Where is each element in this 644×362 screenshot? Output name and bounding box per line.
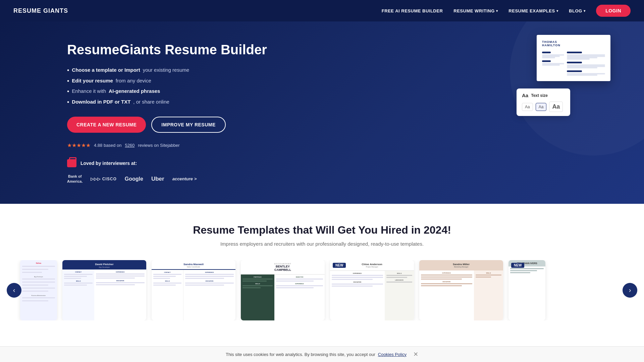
hero-buttons: CREATE A NEW RESUME IMPROVE MY RESUME	[67, 117, 267, 133]
chevron-down-icon: ▾	[496, 9, 498, 13]
nav-links: FREE AI RESUME BUILDER RESUME WRITING ▾ …	[382, 5, 631, 17]
create-resume-button[interactable]: CREATE A NEW RESUME	[67, 117, 146, 133]
bullet-1: Choose a template or Import your existin…	[67, 67, 267, 74]
resume-preview-name: THOMAS HAMILTON	[542, 40, 605, 47]
template-card-6-partial[interactable]: NEW JONATHAN IVERS	[508, 260, 545, 320]
rating-row: ★★★★★ 4.88 based on 5260 reviews on Site…	[67, 142, 267, 148]
company-uber: Uber	[151, 176, 164, 182]
nav-resume-writing[interactable]: RESUME WRITING ▾	[453, 8, 498, 13]
navbar: RESUME GIANTS FREE AI RESUME BUILDER RES…	[0, 0, 644, 21]
company-cisco: ▷▷▷ CISCO	[91, 177, 116, 181]
company-bank-of-america: Bank ofAmerica.	[67, 174, 83, 184]
bullet-4: Download in PDF or TXT, or share online	[67, 99, 267, 106]
text-size-popup: Aa Text size Aa Aa Aa	[517, 88, 570, 116]
text-size-title: Aa Text size	[522, 93, 565, 98]
company-accenture: accenture >	[172, 176, 197, 181]
star-rating: ★★★★★	[67, 142, 91, 148]
text-size-options: Aa Aa Aa	[522, 102, 565, 112]
templates-carousel: Nohoa App Developer Business Administrat…	[0, 260, 644, 320]
improve-resume-button[interactable]: IMPROVE MY RESUME	[151, 117, 226, 133]
hero-section: ResumeGiants Resume Builder Choose a tem…	[0, 21, 644, 204]
resume-preview-card: THOMAS HAMILTON	[537, 35, 610, 81]
text-size-medium[interactable]: Aa	[536, 103, 547, 111]
template-card-3[interactable]: ACCOUNTANT BENTLEY CAMPBELL PORTFOLIO SK…	[241, 260, 325, 320]
hero-bullets: Choose a template or Import your existin…	[67, 67, 267, 106]
rating-link[interactable]: 5260	[125, 143, 135, 148]
templates-section: Resume Templates that Will Get You Hired…	[0, 204, 644, 334]
carousel-next-button[interactable]: ›	[623, 283, 637, 298]
login-button[interactable]: LOGIN	[596, 5, 631, 17]
template-card-1[interactable]: David Fletcher App Developer CONTACT SKI…	[62, 260, 146, 320]
chevron-down-icon: ▾	[584, 9, 586, 13]
briefcase-icon	[67, 159, 76, 167]
hero-content: ResumeGiants Resume Builder Choose a tem…	[67, 42, 267, 184]
carousel-prev-button[interactable]: ‹	[7, 283, 21, 298]
carousel-wrapper: ‹ Nohoa App Developer	[0, 260, 644, 320]
templates-title: Resume Templates that Will Get You Hired…	[0, 224, 644, 236]
chevron-down-icon: ▾	[556, 9, 558, 13]
new-badge-2: NEW	[511, 263, 524, 268]
company-logos: Bank ofAmerica. ▷▷▷ CISCO Google Uber ac…	[67, 174, 267, 184]
bullet-2: Edit your resume from any device	[67, 78, 267, 85]
bullet-3: Enhance it with AI-generated phrases	[67, 88, 267, 96]
templates-subtitle: Impress employers and recruiters with ou…	[0, 241, 644, 247]
text-size-small[interactable]: Aa	[522, 103, 533, 111]
company-google: Google	[125, 176, 143, 182]
loved-row: Loved by interviewers at:	[67, 159, 267, 167]
template-card-4[interactable]: NEW Chloe Anderson Project Manager EXPER…	[330, 260, 414, 320]
nav-blog[interactable]: BLOG ▾	[569, 8, 585, 13]
site-logo[interactable]: RESUME GIANTS	[13, 7, 68, 14]
template-card-5[interactable]: Sandra Miller Marketing Manager EXPERIEN…	[419, 260, 503, 320]
template-card-partial-left[interactable]: Nohoa App Developer Business Administrat…	[20, 260, 57, 320]
nav-resume-examples[interactable]: RESUME EXAMPLES ▾	[508, 8, 558, 13]
nav-free-ai-builder[interactable]: FREE AI RESUME BUILDER	[382, 8, 443, 13]
resume-preview-area: THOMAS HAMILTON	[517, 35, 617, 81]
template-card-2[interactable]: Sandra Maxwell Sales Coordinator CONTACT…	[152, 260, 235, 320]
hero-title: ResumeGiants Resume Builder	[67, 42, 267, 58]
new-badge: NEW	[333, 263, 346, 268]
text-size-large[interactable]: Aa	[549, 102, 563, 112]
